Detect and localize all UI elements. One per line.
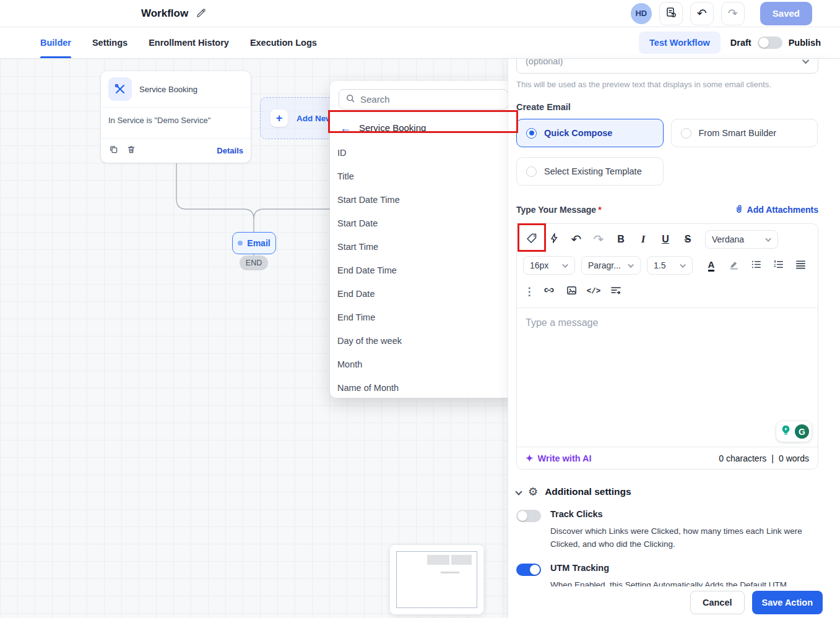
search-input[interactable] (360, 94, 501, 105)
text-color-button[interactable]: A (701, 255, 721, 275)
align-button[interactable] (790, 255, 810, 275)
ordered-list-button[interactable] (768, 255, 788, 275)
preview-text-input[interactable] (526, 59, 804, 66)
tab-enrollment-history[interactable]: Enrollment History (149, 27, 229, 58)
search-icon (345, 93, 355, 106)
preview-text-field[interactable] (516, 59, 818, 74)
italic-button[interactable]: I (633, 230, 653, 249)
toggle-knob (530, 565, 540, 575)
utm-tracking-toggle[interactable] (516, 564, 541, 576)
add-attachments-label: Add Attachments (747, 205, 818, 215)
list-item[interactable]: Start Date Time (330, 188, 517, 212)
service-booking-node[interactable]: Service Booking In Service is "Demo Serv… (101, 71, 251, 163)
end-badge: END (240, 255, 268, 270)
node-details-link[interactable]: Details (217, 146, 243, 155)
redo-icon: ↷ (594, 232, 604, 247)
list-item[interactable]: ID (330, 141, 517, 165)
tab-builder[interactable]: Builder (40, 27, 71, 58)
canvas-minimap[interactable] (390, 545, 483, 614)
test-workflow-button[interactable]: Test Workflow (639, 32, 721, 54)
option-from-smart-builder[interactable]: From Smart Builder (671, 119, 818, 147)
undo-icon: ↶ (697, 7, 707, 19)
chevron-down-icon (680, 262, 686, 268)
insert-link-button[interactable] (539, 281, 559, 301)
list-item[interactable]: Month (330, 353, 517, 376)
font-family-select[interactable]: Verdana (705, 230, 778, 249)
list-item[interactable]: End Time (330, 306, 517, 329)
redo-button[interactable]: ↷ (721, 2, 745, 25)
version-history-button[interactable] (659, 2, 683, 25)
save-action-button[interactable]: Save Action (752, 591, 823, 614)
top-bar: Workflow HD ↶ ↷ Saved (0, 0, 840, 27)
list-item[interactable]: End Date Time (330, 259, 517, 282)
publish-toggle[interactable] (758, 36, 782, 49)
link-icon (543, 284, 555, 299)
edit-title-button[interactable] (196, 7, 206, 20)
track-clicks-description: Discover which Links were Clicked, how m… (550, 525, 830, 551)
copy-icon (108, 144, 119, 157)
dropdown-search[interactable] (339, 89, 508, 109)
trigger-links-button[interactable] (544, 230, 564, 249)
font-size-select[interactable]: 16px (523, 256, 575, 275)
more-options-button[interactable]: ⋮ (522, 281, 537, 301)
chevron-down-icon (765, 236, 771, 242)
list-item[interactable]: Day of the week (330, 329, 517, 353)
utm-tracking-label: UTM Tracking (550, 563, 609, 573)
paperclip-icon (734, 204, 743, 215)
list-item[interactable]: Start Time (330, 235, 517, 259)
cancel-button[interactable]: Cancel (690, 591, 745, 614)
additional-settings-header[interactable]: ⚙ Additional settings (516, 486, 818, 497)
option-select-existing-template[interactable]: Select Existing Template (516, 157, 664, 186)
merge-tag-button[interactable] (522, 230, 542, 249)
redo-icon: ↷ (728, 7, 738, 19)
dropdown-list: ID Title Start Date Time Start Date Star… (330, 141, 517, 400)
highlight-color-button[interactable] (724, 255, 743, 275)
email-action-panel: This will be used as the preview text th… (508, 59, 840, 618)
list-item[interactable]: Title (330, 165, 517, 188)
duplicate-node-button[interactable] (108, 144, 119, 157)
pencil-icon (196, 7, 206, 20)
create-email-label: Create Email (516, 102, 818, 112)
email-node-label: Email (247, 238, 270, 248)
list-item[interactable]: Name of Month (330, 376, 517, 400)
text-color-icon: A (708, 259, 715, 272)
wrap-text-button[interactable] (606, 281, 626, 301)
saved-button[interactable]: Saved (760, 2, 812, 25)
grammarly-widget[interactable]: G (776, 421, 812, 442)
tab-execution-logs[interactable]: Execution Logs (250, 27, 317, 58)
message-textarea[interactable]: Type a message G (517, 308, 818, 447)
underline-button[interactable]: U (656, 230, 675, 249)
bullet-list-button[interactable] (746, 255, 766, 275)
node-title: Service Booking (139, 85, 197, 94)
tab-settings[interactable]: Settings (92, 27, 128, 58)
undo-button[interactable]: ↶ (690, 2, 714, 25)
avatar[interactable]: HD (631, 3, 652, 24)
dropdown-back-header[interactable]: ← Service Booking (330, 116, 517, 139)
char-count: 0 characters (719, 453, 766, 463)
message-label: Type Your Message (516, 205, 596, 215)
undo-icon: ↶ (571, 232, 582, 247)
insert-image-button[interactable] (561, 281, 581, 301)
add-attachments-button[interactable]: Add Attachments (734, 204, 818, 215)
list-item[interactable]: End Date (330, 282, 517, 306)
option-label: From Smart Builder (699, 128, 777, 138)
strikethrough-button[interactable]: S (678, 230, 698, 249)
ordered-list-icon (773, 259, 784, 273)
write-with-ai-label: Write with AI (538, 453, 592, 463)
wrap-text-icon (610, 284, 622, 299)
additional-settings-label: Additional settings (545, 486, 631, 497)
bold-button[interactable]: B (611, 230, 631, 249)
write-with-ai-button[interactable]: ✦ Write with AI (526, 453, 592, 464)
option-quick-compose[interactable]: Quick Compose (516, 119, 664, 147)
insert-code-button[interactable]: </> (584, 281, 604, 301)
paragraph-style-select[interactable]: Paragr... (581, 256, 641, 275)
track-clicks-toggle[interactable] (516, 510, 541, 522)
delete-node-button[interactable] (126, 144, 136, 157)
editor-redo-button[interactable]: ↷ (589, 230, 608, 249)
tab-bar: Builder Settings Enrollment History Exec… (0, 27, 840, 59)
line-height-select[interactable]: 1.5 (647, 256, 693, 275)
grammarly-icon: G (795, 424, 809, 439)
editor-undo-button[interactable]: ↶ (566, 230, 586, 249)
email-node[interactable]: Email (232, 232, 276, 254)
list-item[interactable]: Start Date (330, 212, 517, 235)
